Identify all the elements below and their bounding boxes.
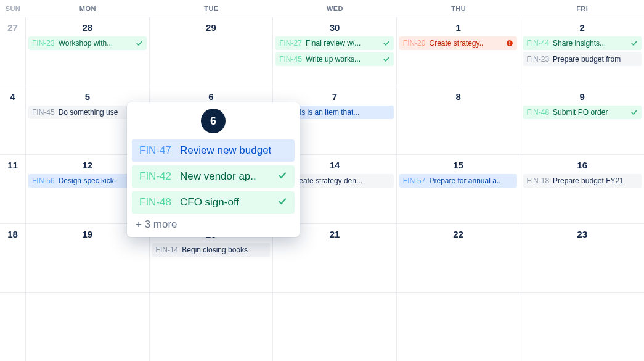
day-cell[interactable]: 22 <box>397 224 521 293</box>
week-row: 45FIN-45Do something use6727This is an i… <box>0 86 644 156</box>
item-title: Begin closing books <box>182 246 266 254</box>
weekday-label: WED <box>273 0 397 17</box>
day-cell[interactable]: 8 <box>397 86 521 155</box>
calendar-item[interactable]: FIN-18Prepare budget FY21 <box>523 174 642 188</box>
day-cell[interactable]: 23 <box>520 224 644 293</box>
calendar-item[interactable]: FIN-14Begin closing books <box>152 243 271 257</box>
check-icon <box>383 56 390 63</box>
day-items: FIN-44Share insights...FIN-23Prepare bud… <box>523 36 642 66</box>
day-items: FIN-20Create strategy.. <box>399 36 518 50</box>
item-title: Final review w/... <box>306 39 379 48</box>
day-cell[interactable] <box>520 293 644 361</box>
popup-more-link[interactable]: + 3 more <box>132 214 295 232</box>
date-number: 4 <box>10 91 15 102</box>
status-check <box>383 56 390 63</box>
popup-items: FIN-47Review new budgetFIN-42New vendor … <box>132 139 295 214</box>
day-cell[interactable]: 28FIN-23Workshop with... <box>26 17 150 86</box>
day-popup: 6 FIN-47Review new budgetFIN-42New vendo… <box>127 102 300 237</box>
item-title: Share insights... <box>553 39 627 48</box>
status-check <box>277 170 287 183</box>
date-number: 23 <box>523 229 642 239</box>
weekday-label: TUE <box>150 0 274 17</box>
item-key: FIN-23 <box>526 55 549 64</box>
day-cell[interactable] <box>273 293 397 361</box>
day-cell[interactable]: 1FIN-20Create strategy.. <box>397 17 521 86</box>
weekday-header: SUNMONTUEWEDTHUFRI <box>0 0 644 17</box>
day-cell[interactable]: 30FIN-27Final review w/...FIN-45Write up… <box>273 17 397 86</box>
svg-rect-1 <box>510 41 510 44</box>
item-key: FIN-48 <box>139 196 171 209</box>
item-title: Create strategy den... <box>291 176 390 185</box>
weekday-label: THU <box>397 0 521 17</box>
day-cell-sun[interactable]: 18 <box>0 224 26 293</box>
popup-item[interactable]: FIN-48CFO sign-off <box>132 191 295 214</box>
check-icon <box>136 39 143 47</box>
item-key: FIN-23 <box>32 39 55 48</box>
calendar-item[interactable]: FIN-20Create strategy.. <box>399 36 518 50</box>
svg-rect-2 <box>510 44 510 45</box>
check-icon <box>277 196 287 206</box>
popup-item[interactable]: FIN-47Review new budget <box>132 139 295 162</box>
day-cell-sun[interactable]: 4 <box>0 86 26 155</box>
calendar-item[interactable]: FIN-48Submit PO order <box>523 106 642 119</box>
item-key: FIN-56 <box>32 176 55 185</box>
status-check <box>277 196 287 209</box>
day-cell[interactable] <box>397 293 521 361</box>
day-items: FIN-14Begin closing books <box>152 243 271 257</box>
date-number: 2 <box>523 22 642 33</box>
weekday-label: MON <box>26 0 150 17</box>
date-number: 6 <box>152 91 271 102</box>
date-number: 8 <box>399 91 518 102</box>
date-number: 27 <box>7 22 18 33</box>
weekday-label: SUN <box>0 0 26 17</box>
item-key: FIN-45 <box>279 55 302 64</box>
day-cell[interactable]: 15FIN-57Prepare for annual a.. <box>397 155 521 223</box>
calendar-item[interactable]: FIN-57Prepare for annual a.. <box>399 174 518 188</box>
day-cell[interactable] <box>26 293 150 361</box>
day-items: FIN-27Final review w/...FIN-45Write up w… <box>275 36 394 66</box>
check-icon <box>277 170 287 180</box>
week-row: 2728FIN-23Workshop with...2930FIN-27Fina… <box>0 17 644 86</box>
day-cell[interactable] <box>150 293 274 361</box>
day-cell-sun[interactable] <box>0 293 26 361</box>
item-title: Write up works... <box>306 55 379 64</box>
calendar-weeks: 2728FIN-23Workshop with...2930FIN-27Fina… <box>0 17 644 361</box>
status-check <box>136 39 143 47</box>
weekday-label: FRI <box>520 0 644 17</box>
item-key: FIN-45 <box>32 108 55 117</box>
date-number: 9 <box>523 91 642 102</box>
calendar-item[interactable]: FIN-27Final review w/... <box>275 36 394 50</box>
item-title: Workshop with... <box>59 39 132 48</box>
popup-date-badge: 6 <box>201 109 226 133</box>
date-number: 28 <box>28 22 147 33</box>
day-cell[interactable]: 9FIN-48Submit PO order <box>520 86 644 155</box>
item-title: Create strategy.. <box>429 39 502 48</box>
item-title: Prepare for annual a.. <box>429 176 513 185</box>
date-number: 18 <box>7 229 18 239</box>
item-key: FIN-27 <box>279 39 302 48</box>
status-check <box>630 109 638 116</box>
item-key: FIN-57 <box>403 176 426 185</box>
date-number: 7 <box>275 91 394 102</box>
item-title: This is an item that... <box>291 108 390 117</box>
week-row: 1112FIN-56Design spec kick-131414Create … <box>0 155 644 224</box>
item-title: Prepare budget FY21 <box>553 176 638 185</box>
date-number: 30 <box>275 22 394 33</box>
day-cell[interactable]: 2FIN-44Share insights...FIN-23Prepare bu… <box>520 17 644 86</box>
day-cell-sun[interactable]: 11 <box>0 155 26 223</box>
item-title: Submit PO order <box>553 108 627 117</box>
popup-item[interactable]: FIN-42New vendor ap.. <box>132 165 295 188</box>
item-key: FIN-48 <box>526 108 549 117</box>
day-cell[interactable]: 16FIN-18Prepare budget FY21 <box>520 155 644 223</box>
status-check <box>630 39 638 47</box>
calendar-item[interactable]: FIN-45Write up works... <box>275 52 394 66</box>
date-number: 1 <box>399 22 518 33</box>
calendar-item[interactable]: FIN-44Share insights... <box>523 36 642 50</box>
day-cell-sun[interactable]: 27 <box>0 17 26 86</box>
day-cell[interactable]: 29 <box>150 17 274 86</box>
calendar-item[interactable]: FIN-23Prepare budget from <box>523 52 642 66</box>
item-title: CFO sign-off <box>180 196 269 209</box>
date-number: 22 <box>399 229 518 239</box>
date-number: 29 <box>152 22 271 33</box>
calendar-item[interactable]: FIN-23Workshop with... <box>28 36 147 50</box>
